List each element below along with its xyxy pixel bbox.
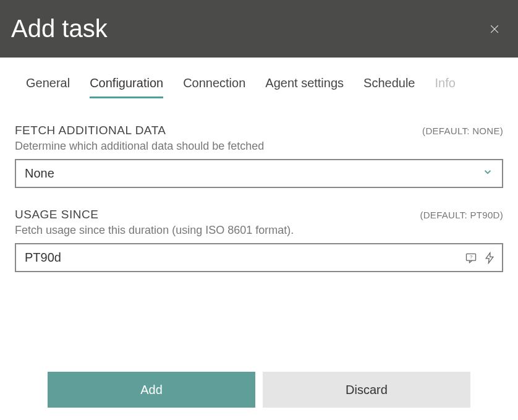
tab-info: Info	[435, 71, 455, 98]
field-default-hint: (DEFAULT: PT90D)	[420, 210, 503, 220]
dialog-footer: Add Discard	[0, 372, 518, 408]
field-description: Fetch usage since this duration (using I…	[15, 224, 503, 237]
select-value: None	[25, 166, 54, 181]
svg-text:?: ?	[470, 254, 472, 260]
field-label: FETCH ADDITIONAL DATA	[15, 124, 166, 137]
help-chat-icon[interactable]: ?	[465, 252, 477, 264]
discard-button[interactable]: Discard	[263, 372, 470, 408]
form-content: FETCH ADDITIONAL DATA (DEFAULT: NONE) De…	[0, 99, 518, 272]
tab-connection[interactable]: Connection	[183, 71, 245, 98]
tab-agent-settings[interactable]: Agent settings	[265, 71, 344, 98]
tab-general[interactable]: General	[26, 71, 70, 98]
dialog-header: Add task	[0, 0, 518, 58]
field-usage-since: USAGE SINCE (DEFAULT: PT90D) Fetch usage…	[15, 208, 503, 272]
field-label: USAGE SINCE	[15, 208, 98, 221]
tab-schedule[interactable]: Schedule	[363, 71, 415, 98]
input-icon-group: ?	[465, 252, 502, 264]
add-button[interactable]: Add	[48, 372, 255, 408]
field-header: FETCH ADDITIONAL DATA (DEFAULT: NONE)	[15, 124, 503, 137]
usage-since-input-wrapper: ?	[15, 243, 503, 272]
chevron-down-icon	[482, 166, 493, 181]
lightning-icon[interactable]	[483, 252, 496, 264]
svg-marker-4	[486, 252, 493, 263]
usage-since-input[interactable]	[16, 244, 465, 271]
fetch-additional-select[interactable]: None	[15, 159, 503, 188]
field-header: USAGE SINCE (DEFAULT: PT90D)	[15, 208, 503, 221]
field-fetch-additional-data: FETCH ADDITIONAL DATA (DEFAULT: NONE) De…	[15, 124, 503, 188]
field-default-hint: (DEFAULT: NONE)	[422, 126, 503, 136]
tab-configuration[interactable]: Configuration	[90, 71, 163, 98]
field-description: Determine which additional data should b…	[15, 140, 503, 153]
fetch-additional-select-wrapper: None	[15, 159, 503, 188]
tab-bar: General Configuration Connection Agent s…	[0, 71, 518, 99]
close-icon[interactable]	[488, 23, 501, 35]
dialog-title: Add task	[11, 15, 108, 43]
